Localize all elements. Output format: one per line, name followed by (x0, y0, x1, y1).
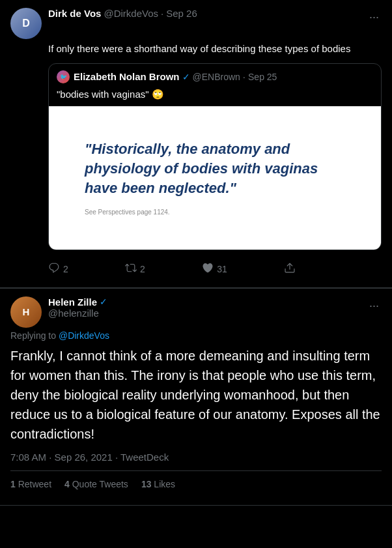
like-stat-count: 13 (141, 479, 152, 489)
quoted-avatar: 🐦 (57, 70, 70, 83)
avatar-dirk[interactable]: D (10, 8, 42, 39)
like-stat-label: Likes (154, 479, 175, 489)
tweet-stats-bar: 1 Retweet 4 Quote Tweets 13 Likes (10, 470, 382, 497)
tweet-1-header-left: D Dirk de Vos @DirkdeVos · Sep 26 (10, 8, 197, 39)
quoted-display-name[interactable]: Elizabeth Nolan Brown (74, 71, 180, 82)
quoted-image-quote: "Historically, the anatomy and physiolog… (85, 139, 345, 197)
helen-display-name[interactable]: Helen Zille (48, 296, 97, 308)
tweet-2-header-left: H Helen Zille ✓ @helenzille (10, 296, 107, 328)
more-options-icon[interactable]: ··· (367, 8, 382, 27)
helen-username-line: @helenzille (48, 308, 107, 319)
helen-more-options-icon[interactable]: ··· (367, 296, 382, 315)
like-action[interactable]: 31 (202, 262, 227, 277)
replying-to-user[interactable]: @DirkdeVos (59, 330, 109, 341)
tweet-1-header: D Dirk de Vos @DirkdeVos · Sep 26 ··· (10, 8, 382, 39)
tweet-timestamp: 7:08 AM · Sep 26, 2021 · TweetDeck (10, 452, 382, 463)
dirk-tweet-date: Sep 26 (166, 8, 197, 19)
retweet-stat[interactable]: 1 Retweet (10, 479, 51, 489)
quoted-date: Sep 25 (248, 72, 277, 82)
quoted-image-subtext: See Perspectives page 1124. (85, 209, 345, 216)
reply-action[interactable]: 2 (48, 262, 68, 277)
tweet-1-text: If only there were a shorthand way of de… (48, 42, 382, 57)
helen-tweet-text: Frankly, I cannot think of a more demean… (10, 346, 382, 444)
avatar-initials: D (22, 18, 30, 29)
dirk-display-name[interactable]: Dirk de Vos (48, 8, 101, 19)
helen-user-meta: Helen Zille ✓ @helenzille (48, 296, 107, 319)
helen-avatar-icon: H (23, 306, 30, 317)
tweet-2-header: H Helen Zille ✓ @helenzille ··· (10, 296, 382, 328)
quote-stat[interactable]: 4 Quote Tweets (64, 479, 128, 489)
retweet-stat-label: Retweet (18, 479, 51, 489)
tweet-1-actions: 2 2 31 (48, 257, 296, 280)
like-icon (202, 262, 214, 277)
retweet-action[interactable]: 2 (125, 262, 145, 277)
reply-tweet-body: Replying to @DirkdeVos Frankly, I cannot… (10, 330, 382, 497)
quoted-tweet[interactable]: 🐦 Elizabeth Nolan Brown ✓ @ENBrown · Sep… (48, 63, 382, 250)
quoted-user-info: Elizabeth Nolan Brown ✓ @ENBrown · Sep 2… (74, 71, 277, 82)
helen-username[interactable]: @helenzille (48, 308, 99, 319)
dot-separator-1: · (161, 8, 163, 19)
quoted-text: "bodies with vaginas" 🙄 (49, 87, 381, 106)
reply-count: 2 (63, 264, 68, 274)
share-icon (284, 262, 296, 277)
user-info-dirk: Dirk de Vos @DirkdeVos · Sep 26 (48, 8, 197, 19)
quoted-header: 🐦 Elizabeth Nolan Brown ✓ @ENBrown · Sep… (49, 64, 381, 87)
tweet-1-body: If only there were a shorthand way of de… (48, 42, 382, 280)
tweet-1: D Dirk de Vos @DirkdeVos · Sep 26 ··· If… (0, 0, 392, 288)
quoted-dot-sep: · (243, 71, 245, 82)
like-count: 31 (217, 264, 227, 274)
helen-verified-icon: ✓ (100, 296, 107, 307)
dirk-username[interactable]: @DirkdeVos (104, 8, 158, 19)
avatar-helen[interactable]: H (10, 296, 42, 328)
quote-stat-count: 4 (64, 479, 70, 489)
retweet-stat-count: 1 (10, 479, 16, 489)
retweet-count: 2 (140, 264, 145, 274)
retweet-icon (125, 262, 137, 277)
tweet-2: H Helen Zille ✓ @helenzille ··· Replying… (0, 289, 392, 506)
quoted-image-block: "Historically, the anatomy and physiolog… (49, 106, 381, 250)
quoted-image-content: "Historically, the anatomy and physiolog… (85, 139, 345, 215)
quoted-verified-icon: ✓ (182, 72, 190, 82)
reply-icon (48, 262, 60, 277)
quoted-username[interactable]: @ENBrown (193, 72, 240, 82)
user-meta-dirk: Dirk de Vos @DirkdeVos · Sep 26 (48, 8, 197, 19)
like-stat[interactable]: 13 Likes (141, 479, 175, 489)
share-action[interactable] (284, 262, 296, 277)
replying-to-label: Replying to @DirkdeVos (10, 330, 382, 341)
helen-user-info: Helen Zille ✓ (48, 296, 107, 308)
quoted-avatar-icon: 🐦 (60, 74, 67, 80)
quote-stat-label: Quote Tweets (72, 479, 128, 489)
